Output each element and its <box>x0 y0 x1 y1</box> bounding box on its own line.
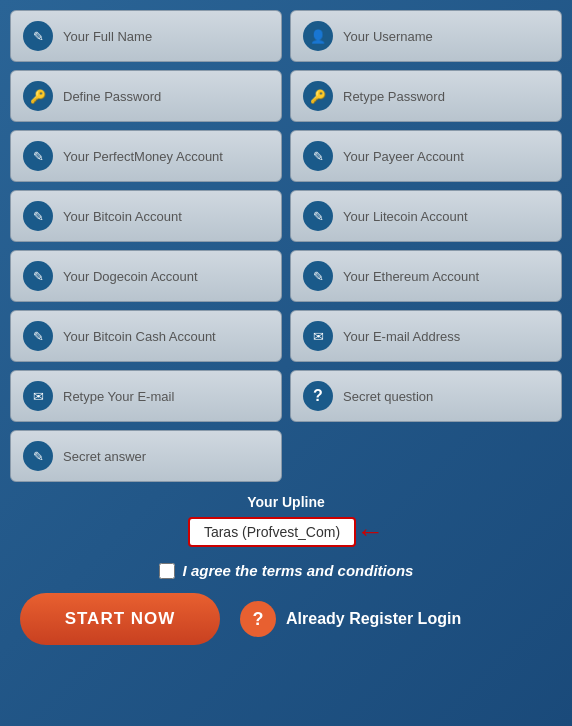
ethereum-field[interactable]: ✎ Your Ethereum Account <box>290 250 562 302</box>
edit-icon-pay: ✎ <box>303 141 333 171</box>
define-password-field[interactable]: 🔑 Define Password <box>10 70 282 122</box>
perfectmoney-label: Your PerfectMoney Account <box>63 149 223 164</box>
full-name-label: Your Full Name <box>63 29 152 44</box>
start-now-button[interactable]: START NOW <box>20 593 220 645</box>
litecoin-label: Your Litecoin Account <box>343 209 468 224</box>
secret-question-field[interactable]: ? Secret question <box>290 370 562 422</box>
edit-icon-ans: ✎ <box>23 441 53 471</box>
mail-icon-2: ✉ <box>23 381 53 411</box>
edit-icon-doge: ✎ <box>23 261 53 291</box>
edit-icon-eth: ✎ <box>303 261 333 291</box>
edit-icon-pm: ✎ <box>23 141 53 171</box>
login-icon: ? <box>240 601 276 637</box>
mail-icon-1: ✉ <box>303 321 333 351</box>
payeer-field[interactable]: ✎ Your Payeer Account <box>290 130 562 182</box>
username-field[interactable]: 👤 Your Username <box>290 10 562 62</box>
user-icon: 👤 <box>303 21 333 51</box>
dogecoin-field[interactable]: ✎ Your Dogecoin Account <box>10 250 282 302</box>
secret-question-label: Secret question <box>343 389 433 404</box>
registration-form: ✎ Your Full Name 👤 Your Username 🔑 Defin… <box>10 10 562 422</box>
payeer-label: Your Payeer Account <box>343 149 464 164</box>
bitcoin-cash-label: Your Bitcoin Cash Account <box>63 329 216 344</box>
bitcoin-label: Your Bitcoin Account <box>63 209 182 224</box>
edit-icon-bch: ✎ <box>23 321 53 351</box>
bitcoin-field[interactable]: ✎ Your Bitcoin Account <box>10 190 282 242</box>
secret-answer-label: Secret answer <box>63 449 146 464</box>
username-label: Your Username <box>343 29 433 44</box>
agree-label: I agree the terms and conditions <box>183 562 414 579</box>
edit-icon-btc: ✎ <box>23 201 53 231</box>
retype-password-label: Retype Password <box>343 89 445 104</box>
agree-checkbox[interactable] <box>159 563 175 579</box>
retype-password-field[interactable]: 🔑 Retype Password <box>290 70 562 122</box>
define-password-label: Define Password <box>63 89 161 104</box>
edit-icon-ltc: ✎ <box>303 201 333 231</box>
bitcoin-cash-field[interactable]: ✎ Your Bitcoin Cash Account <box>10 310 282 362</box>
upline-title: Your Upline <box>10 494 562 510</box>
perfectmoney-field[interactable]: ✎ Your PerfectMoney Account <box>10 130 282 182</box>
bottom-row: START NOW ? Already Register Login <box>10 593 562 645</box>
litecoin-field[interactable]: ✎ Your Litecoin Account <box>290 190 562 242</box>
email-field[interactable]: ✉ Your E-mail Address <box>290 310 562 362</box>
arrow-icon: ← <box>356 516 384 548</box>
retype-email-label: Retype Your E-mail <box>63 389 174 404</box>
dogecoin-label: Your Dogecoin Account <box>63 269 198 284</box>
email-label: Your E-mail Address <box>343 329 460 344</box>
login-label: Already Register Login <box>286 610 461 628</box>
ethereum-label: Your Ethereum Account <box>343 269 479 284</box>
agree-row: I agree the terms and conditions <box>10 562 562 579</box>
retype-email-field[interactable]: ✉ Retype Your E-mail <box>10 370 282 422</box>
key-icon-1: 🔑 <box>23 81 53 111</box>
key-icon-2: 🔑 <box>303 81 333 111</box>
login-section[interactable]: ? Already Register Login <box>240 601 461 637</box>
full-name-field[interactable]: ✎ Your Full Name <box>10 10 282 62</box>
upline-value: Taras (Profvest_Com) <box>188 517 356 547</box>
question-icon: ? <box>303 381 333 411</box>
secret-answer-field[interactable]: ✎ Secret answer <box>10 430 282 482</box>
edit-icon: ✎ <box>23 21 53 51</box>
upline-section: Your Upline Taras (Profvest_Com) ← <box>10 494 562 548</box>
